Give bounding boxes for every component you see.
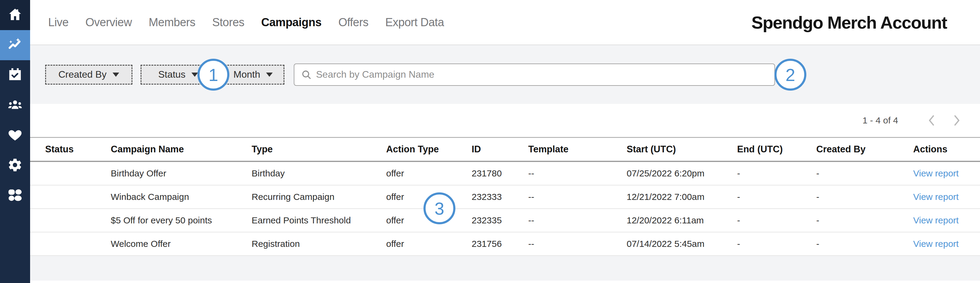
cell-template: -- — [528, 215, 627, 226]
tab-campaigns[interactable]: Campaigns — [261, 16, 321, 29]
calendar-check-icon — [8, 67, 22, 83]
header-id: ID — [472, 144, 528, 155]
cell-id: 232333 — [472, 192, 528, 202]
pagination-range-text: 1 - 4 of 4 — [862, 115, 898, 126]
apps-shapes-icon — [8, 188, 22, 204]
cell-start-utc: 12/21/2022 7:00am — [627, 192, 737, 202]
cell-end-utc: - — [737, 192, 816, 202]
month-filter-dropdown[interactable]: Month — [222, 65, 285, 84]
cell-type: Recurring Campaign — [251, 192, 386, 202]
home-icon — [8, 7, 22, 23]
status-filter-label: Status — [158, 69, 186, 80]
header-end-utc: End (UTC) — [737, 144, 816, 155]
view-report-link[interactable]: View report — [913, 168, 959, 178]
sidebar-item-settings[interactable] — [0, 151, 30, 181]
cell-campaign-name: Welcome Offer — [111, 239, 251, 249]
tab-stores[interactable]: Stores — [212, 16, 244, 29]
header-action-type: Action Type — [386, 144, 472, 155]
sidebar-item-members[interactable] — [0, 90, 30, 121]
pagination-prev-button[interactable] — [927, 114, 937, 127]
table-header-row: Status Campaign Name Type Action Type ID… — [30, 138, 980, 162]
campaign-search-box[interactable] — [294, 64, 775, 86]
sidebar-item-home[interactable] — [0, 0, 30, 30]
cell-type: Earned Points Threshold — [251, 215, 386, 226]
table-row: Welcome Offer Registration offer 231756 … — [30, 232, 980, 256]
table-row: Birthday Offer Birthday offer 231780 -- … — [30, 162, 980, 186]
cell-start-utc: 12/20/2022 6:11am — [627, 215, 737, 226]
pagination-row: 1 - 4 of 4 — [30, 104, 980, 137]
main-content: Live Overview Members Stores Campaigns O… — [30, 0, 980, 281]
chevron-right-icon — [952, 114, 961, 126]
annotation-badge-1: 1 — [197, 59, 229, 91]
header-start-utc: Start (UTC) — [627, 144, 737, 155]
cell-type: Birthday — [251, 168, 386, 178]
tab-live[interactable]: Live — [48, 16, 68, 29]
header-actions: Actions — [913, 144, 980, 155]
cell-start-utc: 07/14/2022 5:45am — [627, 239, 737, 249]
sidebar-item-insights[interactable] — [0, 30, 30, 60]
header-campaign-name: Campaign Name — [111, 144, 251, 155]
heart-icon — [8, 127, 22, 144]
members-icon — [8, 97, 22, 113]
sidebar-item-campaigns-calendar[interactable] — [0, 60, 30, 90]
top-nav-tabs: Live Overview Members Stores Campaigns O… — [48, 16, 444, 29]
month-filter-label: Month — [234, 69, 260, 80]
cell-start-utc: 07/25/2022 6:20pm — [627, 168, 737, 178]
header-status: Status — [45, 144, 111, 155]
account-title: Spendgo Merch Account — [752, 12, 947, 32]
campaigns-table: Status Campaign Name Type Action Type ID… — [30, 137, 980, 256]
cell-type: Registration — [251, 239, 386, 249]
search-input[interactable] — [316, 69, 768, 80]
search-icon — [301, 69, 312, 80]
created-by-filter-dropdown[interactable]: Created By — [45, 65, 132, 84]
cell-created-by: - — [816, 239, 913, 249]
filter-bar: Created By Status Month — [30, 45, 980, 104]
chevron-down-icon — [113, 73, 119, 77]
cell-end-utc: - — [737, 168, 816, 178]
cell-template: -- — [528, 239, 627, 249]
cell-campaign-name: $5 Off for every 50 points — [111, 215, 251, 226]
cell-created-by: - — [816, 192, 913, 202]
bottom-background-strip — [30, 256, 980, 281]
created-by-filter-label: Created By — [58, 69, 107, 80]
cell-campaign-name: Birthday Offer — [111, 168, 251, 178]
chevron-down-icon — [266, 73, 273, 77]
view-report-link[interactable]: View report — [913, 192, 959, 202]
tab-export-data[interactable]: Export Data — [385, 16, 444, 29]
sidebar-item-loyalty[interactable] — [0, 121, 30, 151]
cell-id: 231780 — [472, 168, 528, 178]
cell-end-utc: - — [737, 239, 816, 249]
tab-offers[interactable]: Offers — [338, 16, 368, 29]
pagination-next-button[interactable] — [951, 114, 962, 127]
table-row: Winback Campaign Recurring Campaign offe… — [30, 186, 980, 209]
sidebar-item-apps[interactable] — [0, 181, 30, 211]
insights-trend-icon — [8, 37, 22, 53]
header-template: Template — [528, 144, 627, 155]
sidebar — [0, 0, 30, 283]
top-navigation: Live Overview Members Stores Campaigns O… — [30, 0, 980, 45]
view-report-link[interactable]: View report — [913, 215, 959, 225]
tab-overview[interactable]: Overview — [86, 16, 132, 29]
cell-template: -- — [528, 192, 627, 202]
cell-action-type: offer — [386, 168, 472, 178]
cell-template: -- — [528, 168, 627, 178]
view-report-link[interactable]: View report — [913, 239, 959, 249]
settings-gear-icon — [8, 157, 22, 174]
annotation-badge-2: 2 — [775, 59, 807, 91]
cell-created-by: - — [816, 215, 913, 226]
annotation-badge-3: 3 — [423, 192, 455, 224]
header-created-by: Created By — [816, 144, 913, 155]
cell-end-utc: - — [737, 215, 816, 226]
cell-id: 231756 — [472, 239, 528, 249]
cell-campaign-name: Winback Campaign — [111, 192, 251, 202]
cell-action-type: offer — [386, 239, 472, 249]
table-row: $5 Off for every 50 points Earned Points… — [30, 209, 980, 232]
tab-members[interactable]: Members — [149, 16, 195, 29]
cell-id: 232335 — [472, 215, 528, 226]
chevron-left-icon — [928, 114, 936, 126]
cell-created-by: - — [816, 168, 913, 178]
header-type: Type — [251, 144, 386, 155]
